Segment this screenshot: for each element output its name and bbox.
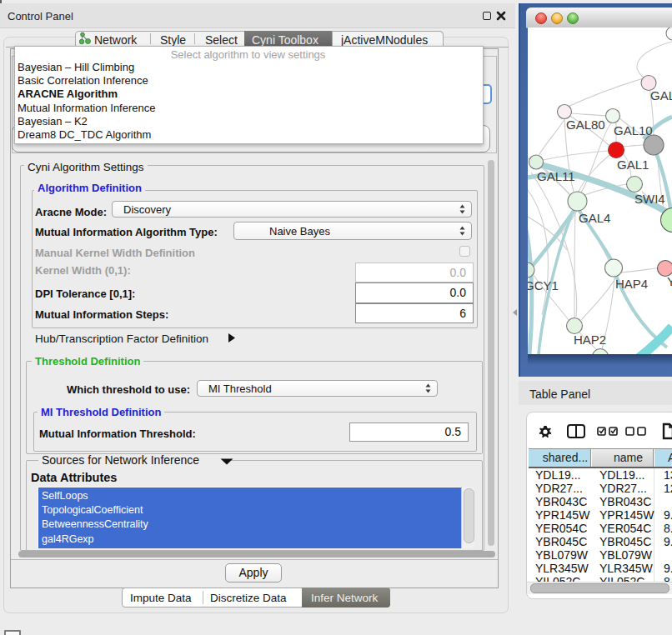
- svg-text:GAL10: GAL10: [614, 123, 653, 138]
- svg-text:GAL80: GAL80: [566, 118, 605, 132]
- svg-text:HAP2: HAP2: [574, 332, 606, 347]
- svg-text:GAL4: GAL4: [579, 211, 610, 225]
- svg-text:YJ: YJ: [667, 274, 672, 288]
- svg-text:HAP4: HAP4: [615, 277, 648, 291]
- svg-text:GCY1: GCY1: [528, 278, 559, 292]
- svg-text:GAL1: GAL1: [617, 158, 649, 172]
- svg-text:SWI4: SWI4: [634, 192, 665, 206]
- svg-text:GAL7: GAL7: [650, 88, 672, 102]
- svg-text:GAL11: GAL11: [537, 169, 575, 183]
